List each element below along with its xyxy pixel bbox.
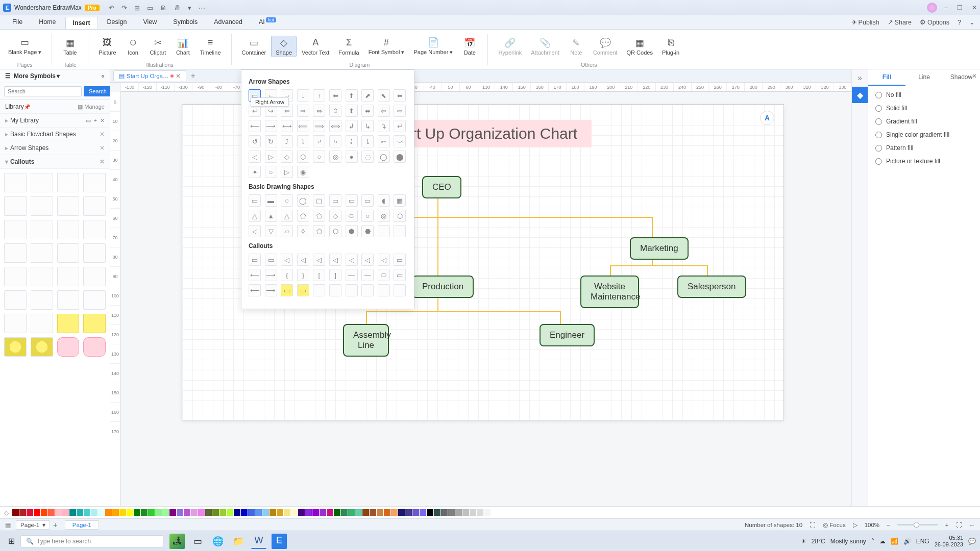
- color-swatch[interactable]: [127, 509, 133, 516]
- basic-shape-cell[interactable]: ⬢: [346, 225, 358, 237]
- arrow-shape-cell[interactable]: ⇦: [378, 105, 390, 117]
- arrow-shape-cell[interactable]: ◌: [361, 151, 374, 163]
- font-symbol-button[interactable]: #Font Symbol ▾: [364, 36, 409, 57]
- basic-shape-cell[interactable]: ▲: [265, 210, 277, 222]
- fit-width-icon[interactable]: ↔: [969, 522, 975, 528]
- callout-thumb[interactable]: [31, 243, 53, 263]
- callout-thumb[interactable]: [83, 196, 106, 216]
- maximize-button[interactable]: ❐: [957, 4, 963, 11]
- arrow-shape-cell[interactable]: ⬌: [361, 105, 374, 117]
- close-button[interactable]: ✕: [972, 4, 977, 11]
- callout-shape-cell[interactable]: ▭: [394, 254, 406, 266]
- arrow-shape-cell[interactable]: ⤻: [394, 135, 406, 147]
- color-swatch[interactable]: [305, 509, 312, 516]
- attachment-button[interactable]: 📎Attachment: [527, 36, 564, 57]
- expand-panel-button[interactable]: »: [857, 73, 862, 83]
- arrow-shape-cell[interactable]: ◇: [281, 151, 293, 163]
- color-swatch[interactable]: [370, 509, 376, 516]
- close-panel-button[interactable]: ✕: [972, 72, 977, 80]
- symbol-search-input[interactable]: [4, 86, 82, 96]
- plugin-button[interactable]: ⎘Plug-in: [658, 36, 683, 57]
- arrow-shape-cell[interactable]: ↻: [265, 135, 277, 147]
- arrow-shape-cell[interactable]: ▷: [265, 151, 277, 163]
- color-swatch[interactable]: [484, 509, 491, 516]
- tray-chevron-icon[interactable]: ˄: [871, 538, 874, 545]
- color-swatch[interactable]: [441, 509, 448, 516]
- color-swatch[interactable]: [98, 509, 105, 516]
- taskbar-landscape-icon[interactable]: 🏞: [169, 534, 185, 549]
- tab-file[interactable]: File: [5, 16, 30, 29]
- task-view-icon[interactable]: ▭: [190, 534, 205, 549]
- color-swatch[interactable]: [55, 509, 62, 516]
- line-tab[interactable]: Line: [905, 69, 943, 86]
- picture-button[interactable]: 🖼Picture: [94, 36, 120, 57]
- close-tab-icon[interactable]: ✕: [176, 72, 181, 80]
- basic-shape-cell[interactable]: △: [249, 210, 261, 222]
- arrow-shape-cell[interactable]: ↑: [313, 89, 325, 102]
- color-swatch[interactable]: [119, 509, 126, 516]
- tab-advanced[interactable]: Advanced: [207, 16, 250, 29]
- callout-thumb[interactable]: [31, 337, 53, 357]
- minimize-button[interactable]: –: [944, 4, 948, 11]
- color-swatch[interactable]: [477, 509, 483, 516]
- basic-shape-cell[interactable]: ▭: [361, 194, 374, 207]
- color-swatch[interactable]: [212, 509, 219, 516]
- basic-shape-cell[interactable]: ○: [281, 194, 293, 207]
- timeline-button[interactable]: ≡Timeline: [195, 36, 225, 57]
- basic-shape-cell[interactable]: ◊: [297, 225, 309, 237]
- callout-shape-cell[interactable]: ▭: [281, 284, 293, 296]
- play-button[interactable]: ▷: [853, 521, 857, 529]
- color-swatch[interactable]: [162, 509, 169, 516]
- tab-insert[interactable]: Insert: [65, 17, 98, 29]
- arrow-shape-cell[interactable]: ⟵: [249, 120, 261, 132]
- arrow-shape-cell[interactable]: ⟸: [297, 120, 309, 132]
- collapse-sidebar-button[interactable]: «: [101, 72, 105, 80]
- fill-option[interactable]: Solid fill: [875, 105, 973, 112]
- open-button[interactable]: ▭: [147, 4, 153, 12]
- arrow-shape-cell[interactable]: ↲: [346, 120, 358, 132]
- callout-shape-cell[interactable]: —: [361, 269, 374, 281]
- tab-design[interactable]: Design: [100, 16, 134, 29]
- callout-shape-cell[interactable]: ◁: [281, 254, 293, 266]
- add-lib-icon[interactable]: +: [94, 117, 97, 124]
- color-swatch[interactable]: [420, 509, 426, 516]
- notifications-icon[interactable]: 💬: [968, 538, 976, 545]
- word-icon[interactable]: W: [251, 534, 266, 549]
- arrow-shape-cell[interactable]: ⬉: [378, 89, 390, 102]
- color-swatch[interactable]: [227, 509, 233, 516]
- basic-shape-cell[interactable]: ◇: [329, 210, 341, 222]
- edrawmax-taskbar-icon[interactable]: E: [272, 534, 287, 549]
- basic-shape-cell[interactable]: ⬠: [313, 225, 325, 237]
- callout-thumb[interactable]: [83, 220, 106, 239]
- save-button[interactable]: 🗎: [160, 4, 167, 12]
- callout-thumb[interactable]: [57, 337, 80, 357]
- color-swatch[interactable]: [91, 509, 97, 516]
- color-swatch[interactable]: [69, 509, 76, 516]
- basic-shape-cell[interactable]: ◁: [249, 225, 261, 237]
- arrow-shape-cell[interactable]: ✦: [249, 166, 261, 178]
- clipart-button[interactable]: ✂Clipart: [146, 36, 170, 57]
- color-swatch[interactable]: [427, 509, 433, 516]
- fill-option[interactable]: Pattern fill: [875, 144, 973, 152]
- color-swatch[interactable]: [448, 509, 455, 516]
- add-page-button[interactable]: +: [53, 520, 58, 529]
- arrow-shape-cell[interactable]: ⤷: [329, 135, 341, 147]
- callout-thumb[interactable]: [4, 337, 27, 357]
- focus-button[interactable]: ◎ Focus: [823, 521, 846, 529]
- callout-thumb[interactable]: [31, 196, 53, 216]
- basic-shape-cell[interactable]: ▭: [329, 194, 341, 207]
- callout-shape-cell[interactable]: ▭: [249, 254, 261, 266]
- color-swatch[interactable]: [462, 509, 469, 516]
- fill-tab[interactable]: Fill: [868, 69, 905, 86]
- qr-codes-button[interactable]: ▦QR Codes: [623, 36, 657, 57]
- basic-shape-cell[interactable]: ⬠: [313, 210, 325, 222]
- color-swatch[interactable]: [48, 509, 55, 516]
- user-avatar[interactable]: [927, 3, 937, 13]
- color-swatch[interactable]: [234, 509, 240, 516]
- color-swatch[interactable]: [491, 509, 498, 516]
- start-button[interactable]: ⊞: [4, 534, 18, 548]
- color-swatch[interactable]: [355, 509, 362, 516]
- undo-button[interactable]: ↶: [109, 4, 114, 12]
- fill-option[interactable]: Single color gradient fill: [875, 131, 973, 138]
- publish-button[interactable]: ✈Publish: [851, 18, 879, 26]
